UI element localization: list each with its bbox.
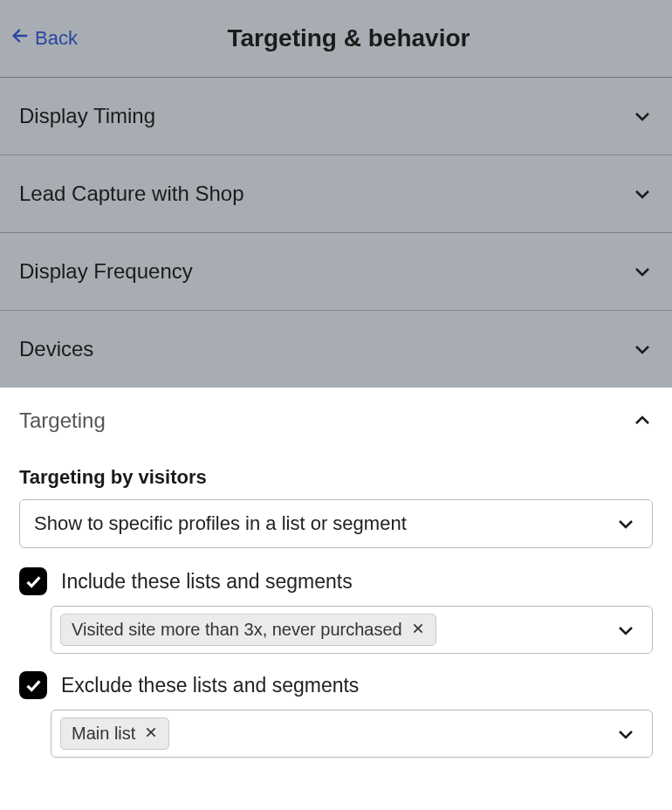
check-icon — [24, 676, 43, 695]
include-checkbox[interactable] — [19, 567, 47, 595]
section-display-timing[interactable]: Display Timing — [0, 78, 672, 155]
check-icon — [24, 572, 43, 591]
include-tagbox[interactable]: Visited site more than 3x, never purchas… — [51, 606, 653, 654]
close-icon — [144, 725, 158, 739]
section-label: Display Timing — [19, 104, 155, 128]
chevron-down-icon — [615, 724, 636, 745]
visitors-label: Targeting by visitors — [19, 466, 653, 489]
remove-tag-button[interactable] — [144, 724, 158, 744]
exclude-row: Exclude these lists and segments — [19, 671, 653, 699]
arrow-left-icon — [10, 26, 30, 51]
page-title: Targeting & behavior — [43, 24, 655, 52]
chevron-down-icon — [632, 183, 653, 204]
chevron-down-icon — [632, 261, 653, 282]
chevron-up-icon — [632, 410, 653, 431]
include-label: Include these lists and segments — [61, 570, 353, 594]
exclude-label: Exclude these lists and segments — [61, 674, 359, 697]
chevron-down-icon — [615, 513, 636, 534]
chevron-down-icon — [632, 339, 653, 360]
chevron-down-icon — [615, 620, 636, 641]
section-targeting: Targeting Targeting by visitors Show to … — [0, 388, 672, 793]
section-label: Lead Capture with Shop — [19, 182, 244, 206]
visitors-select[interactable]: Show to specific profiles in a list or s… — [19, 499, 653, 548]
exclude-tagbox[interactable]: Main list — [51, 710, 653, 758]
tag-label: Main list — [72, 724, 135, 744]
include-row: Include these lists and segments — [19, 567, 653, 595]
include-tag: Visited site more than 3x, never purchas… — [60, 614, 436, 646]
section-label: Devices — [19, 337, 93, 361]
header: Back Targeting & behavior — [0, 0, 672, 77]
tag-label: Visited site more than 3x, never purchas… — [72, 620, 402, 640]
section-label: Targeting — [19, 408, 106, 433]
section-label: Display Frequency — [19, 259, 193, 284]
section-devices[interactable]: Devices — [0, 311, 672, 388]
section-display-frequency[interactable]: Display Frequency — [0, 233, 672, 311]
close-icon — [411, 621, 425, 635]
exclude-tag: Main list — [60, 717, 169, 750]
remove-tag-button[interactable] — [411, 620, 425, 640]
section-lead-capture[interactable]: Lead Capture with Shop — [0, 155, 672, 233]
section-targeting-header[interactable]: Targeting — [19, 408, 653, 433]
visitors-value: Show to specific profiles in a list or s… — [34, 512, 407, 534]
exclude-checkbox[interactable] — [19, 671, 47, 699]
chevron-down-icon — [632, 106, 653, 127]
